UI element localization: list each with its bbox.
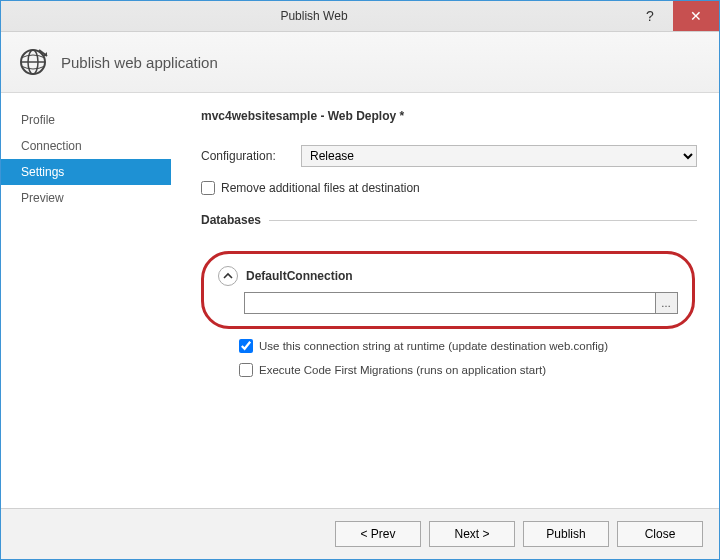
close-button[interactable]: Close [617, 521, 703, 547]
ellipsis-icon: … [661, 298, 672, 309]
sidebar-item-profile[interactable]: Profile [1, 107, 171, 133]
collapse-icon[interactable] [218, 266, 238, 286]
connection-string-input[interactable] [244, 292, 656, 314]
wizard-sidebar: Profile Connection Settings Preview [1, 93, 171, 508]
window-title: Publish Web [1, 9, 627, 23]
configuration-row: Configuration: Release [201, 145, 697, 167]
use-connection-row: Use this connection string at runtime (u… [239, 339, 697, 353]
remove-files-checkbox[interactable] [201, 181, 215, 195]
db-name: DefaultConnection [246, 269, 353, 283]
db-header: DefaultConnection [218, 266, 678, 286]
close-window-button[interactable]: ✕ [673, 1, 719, 31]
sidebar-item-preview[interactable]: Preview [1, 185, 171, 211]
dialog-title: Publish web application [61, 54, 218, 71]
configuration-label: Configuration: [201, 149, 291, 163]
use-connection-checkbox[interactable] [239, 339, 253, 353]
main-area: Profile Connection Settings Preview mvc4… [1, 93, 719, 508]
prev-button[interactable]: < Prev [335, 521, 421, 547]
connection-string-row: … [244, 292, 678, 314]
remove-files-row: Remove additional files at destination [201, 181, 697, 195]
dialog-header: Publish web application [1, 32, 719, 93]
next-button[interactable]: Next > [429, 521, 515, 547]
execute-migrations-row: Execute Code First Migrations (runs on a… [239, 363, 697, 377]
section-divider [269, 220, 697, 221]
settings-pane: mvc4websitesample - Web Deploy * Configu… [171, 93, 719, 508]
sidebar-item-connection[interactable]: Connection [1, 133, 171, 159]
databases-section-title: Databases [201, 213, 261, 227]
sidebar-item-settings[interactable]: Settings [1, 159, 171, 185]
publish-web-dialog: Publish Web ? ✕ Publish web application … [0, 0, 720, 560]
default-connection-callout: DefaultConnection … [201, 251, 695, 329]
remove-files-label: Remove additional files at destination [221, 181, 420, 195]
publish-button[interactable]: Publish [523, 521, 609, 547]
configuration-select[interactable]: Release [301, 145, 697, 167]
wizard-steps: Profile Connection Settings Preview [1, 107, 171, 211]
page-title: mvc4websitesample - Web Deploy * [201, 109, 697, 123]
databases-section-header: Databases [201, 213, 697, 227]
execute-migrations-checkbox[interactable] [239, 363, 253, 377]
globe-icon [17, 46, 49, 78]
use-connection-label: Use this connection string at runtime (u… [259, 340, 608, 352]
browse-connection-button[interactable]: … [656, 292, 678, 314]
window-controls: ? ✕ [627, 1, 719, 31]
dialog-footer: < Prev Next > Publish Close [1, 508, 719, 559]
title-bar: Publish Web ? ✕ [1, 1, 719, 32]
help-button[interactable]: ? [627, 1, 673, 31]
execute-migrations-label: Execute Code First Migrations (runs on a… [259, 364, 546, 376]
